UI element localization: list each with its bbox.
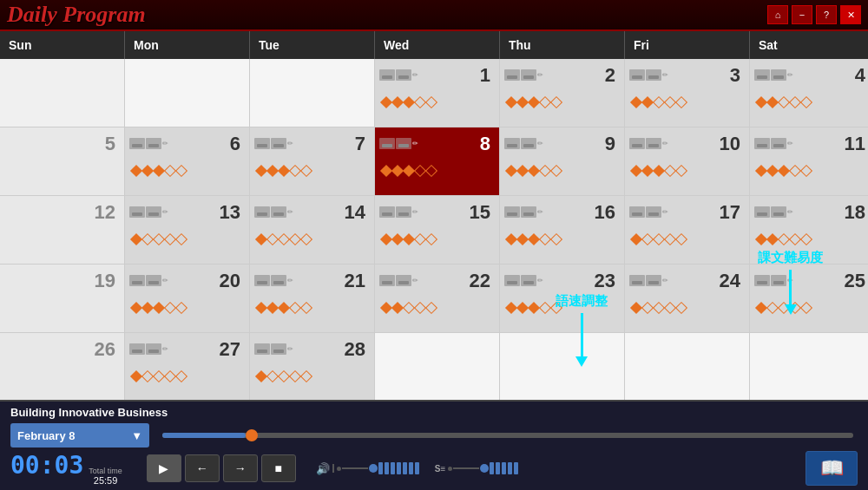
close-button[interactable]: ✕ [840,5,861,24]
cell-22[interactable]: ✏ 22 [375,265,500,332]
app-title: Daily Program [7,2,146,28]
volume-control[interactable]: 🔊 [316,462,419,475]
back-button[interactable]: ← [185,454,220,482]
cell-20[interactable]: ✏ 20 [125,265,250,332]
calendar-grid: ✏ 1 ✏ 2 ✏ 3 [0,59,868,401]
day-headers: Sun Mon Tue Wed Thu Fri Sat [0,31,868,59]
help-button[interactable]: ? [816,5,837,24]
cell-empty-wed5[interactable] [375,333,500,401]
cell-empty-fri5[interactable] [625,333,750,401]
progress-thumb[interactable] [246,429,258,441]
cell-1[interactable]: ✏ 1 [375,59,500,127]
header-sat: Sat [750,31,868,59]
header-wed: Wed [375,31,500,59]
cell-28[interactable]: ✏ 28 [250,333,375,401]
cell-2[interactable]: ✏ 2 [500,59,625,127]
cell-19[interactable]: 19 [0,265,125,332]
header-tue: Tue [250,31,375,59]
cell-24[interactable]: ✏ 24 [625,265,750,332]
volume-dots [337,462,419,474]
cell-4[interactable]: ✏ 4 [750,59,868,127]
progress-fill [162,433,246,438]
book-icon: 📖 [820,457,844,480]
lesson-title: Building Innovative Business [0,402,868,421]
forward-button[interactable]: → [223,454,258,482]
cell-7[interactable]: ✏ 7 [250,127,375,195]
cell-16[interactable]: ✏ 16 [500,196,625,264]
calendar: Sun Mon Tue Wed Thu Fri Sat ✏ 1 [0,31,868,400]
cell-empty-tue1[interactable] [250,59,375,127]
speed-control[interactable]: S≡ [435,462,519,474]
minimize-button[interactable]: − [792,5,812,24]
week-2: 5 ✏ 6 ✏ 7 [0,127,868,196]
week-5: 26 ✏ 27 ✏ 28 [0,333,868,401]
cell-6[interactable]: ✏ 6 [125,127,250,195]
speed-icon: S≡ [435,464,446,474]
cell-13[interactable]: ✏ 13 [125,196,250,264]
cell-12[interactable]: 12 [0,196,125,264]
cell-11[interactable]: ✏ 11 [750,127,868,195]
total-time-label: Total time [89,467,122,475]
cell-25[interactable]: ✏ 25 [750,265,868,332]
cell-14[interactable]: ✏ 14 [250,196,375,264]
header-sun: Sun [0,31,125,59]
cell-empty-sun1[interactable] [0,59,125,127]
week-1: ✏ 1 ✏ 2 ✏ 3 [0,59,868,127]
week-4: 19 ✏ 20 ✏ 21 [0,265,868,333]
header-mon: Mon [125,31,250,59]
cell-15[interactable]: ✏ 15 [375,196,500,264]
progress-bar[interactable] [162,433,853,438]
speed-dots [448,462,518,474]
cell-18[interactable]: ✏ 18 [750,196,868,264]
volume-icon: 🔊 [316,462,330,475]
cell-empty-thu5[interactable] [500,333,625,401]
cell-5[interactable]: 5 [0,127,125,195]
home-button[interactable]: ⌂ [767,5,788,24]
total-time: 25:59 [89,475,122,486]
window-controls: ⌂ − ? ✕ [767,5,861,24]
current-time: 00:03 [10,451,83,480]
date-dropdown[interactable]: February 8 ▼ [10,423,149,448]
play-button[interactable]: ▶ [147,454,181,482]
cell-21[interactable]: ✏ 21 [250,265,375,332]
cell-empty-mon1[interactable] [125,59,250,127]
header-thu: Thu [500,31,625,59]
title-bar: Daily Program ⌂ − ? ✕ [0,0,868,31]
cell-9[interactable]: ✏ 9 [500,127,625,195]
cell-3[interactable]: ✏ 3 [625,59,750,127]
cell-26[interactable]: 26 [0,333,125,401]
week-3: 12 ✏ 13 ✏ 14 [0,196,868,265]
cell-27[interactable]: ✏ 27 [125,333,250,401]
cell-17[interactable]: ✏ 17 [625,196,750,264]
book-button[interactable]: 📖 [806,451,858,486]
stop-button[interactable]: ■ [261,454,296,482]
cell-8-selected[interactable]: ✏ 8 [375,127,500,195]
cell-23[interactable]: ✏ 23 [500,265,625,332]
cell-10[interactable]: ✏ 10 [625,127,750,195]
cell-empty-sat5[interactable] [750,333,868,401]
bottom-panel: Building Innovative Business February 8 … [0,400,868,490]
header-fri: Fri [625,31,750,59]
